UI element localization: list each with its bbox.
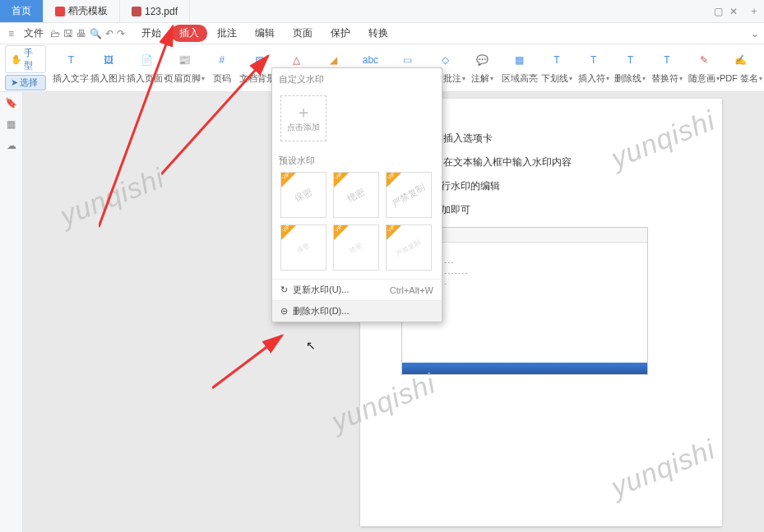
ribbon-header-footer[interactable]: 📰页眉页脚▾ — [166, 48, 202, 89]
undo-icon[interactable]: ↶ — [105, 28, 113, 39]
ribbon-insert-sym[interactable]: T插入符▾ — [576, 48, 611, 89]
preview-icon[interactable]: 🔍 — [90, 28, 102, 39]
caret-icon: ▾ — [606, 75, 609, 82]
insert-page-icon: 📄 — [137, 51, 155, 69]
preset-watermark-tile[interactable]: 严禁复制 — [386, 224, 432, 271]
preset-label: 严禁复制 — [395, 237, 422, 258]
custom-watermark-title: 自定义水印 — [272, 68, 442, 90]
ribbon-insert-page[interactable]: 📄插入页面▾ — [128, 48, 164, 89]
ribbon-page-number[interactable]: #页码 — [204, 48, 239, 89]
preset-watermark-tile[interactable]: 严禁复制 — [386, 172, 432, 218]
preset-watermark-title: 预设水印 — [272, 150, 442, 172]
ribbon-replace[interactable]: T替换符▾ — [650, 48, 685, 89]
caret-icon: ▾ — [490, 75, 493, 82]
strike-icon: T — [548, 51, 566, 69]
preset-label: 保密 — [293, 185, 315, 205]
ribbon-pdf-sign[interactable]: ✍PDF 签名▾ — [723, 48, 759, 89]
tab-home[interactable]: 首页 — [0, 0, 44, 22]
menu-protect[interactable]: 保护 — [322, 25, 359, 42]
preset-watermark-tile[interactable]: 绝密 — [333, 224, 379, 271]
area-hl-label: 区域高亮 — [502, 72, 538, 85]
preset-watermark-tile[interactable]: 绝密 — [333, 172, 379, 218]
menu-insert[interactable]: 插入 — [171, 25, 207, 42]
hand-icon: ✋ — [11, 54, 22, 65]
insert-image-icon: 🖼 — [100, 51, 118, 69]
doc-line: 件 切换到插入选项卡 — [401, 132, 681, 146]
watermark-dropdown: 自定义水印 ＋ 点击添加 预设水印 保密绝密严禁复制保密绝密严禁复制 ↻ 更新水… — [271, 67, 442, 322]
menu-page[interactable]: 页面 — [285, 25, 321, 42]
caret-icon: ▾ — [679, 75, 683, 82]
text-box-icon: ▭ — [399, 51, 417, 69]
tab-add[interactable]: ＋ — [744, 0, 764, 22]
strikedel-icon: T — [621, 51, 639, 69]
preset-watermark-tile[interactable]: 保密 — [280, 224, 326, 271]
strikedel-label: 删除线▾ — [614, 72, 646, 85]
mouse-cursor-icon: ↖ — [306, 339, 316, 352]
refresh-icon: ↻ — [280, 285, 288, 295]
caret-icon: ▾ — [569, 75, 572, 82]
cloud-icon[interactable]: ☁ — [7, 140, 16, 151]
page-number-icon: # — [213, 51, 231, 69]
bookmark-icon[interactable]: 🔖 — [5, 97, 17, 109]
freehand-label: 随意画▾ — [688, 72, 720, 85]
ribbon-freehand[interactable]: ✎随意画▾ — [686, 48, 721, 89]
doc-bg-icon: ▧ — [250, 51, 268, 69]
shape-annot-icon: ◇ — [436, 51, 454, 69]
pdf-sign-label: PDF 签名▾ — [720, 72, 762, 85]
menu-edit[interactable]: 编辑 — [247, 25, 283, 42]
caret-icon: ▾ — [759, 75, 762, 82]
vip-badge-icon — [334, 225, 349, 240]
preset-watermark-tile[interactable]: 保密 — [280, 172, 326, 218]
insert-page-label: 插入页面▾ — [127, 72, 167, 85]
vip-badge-icon — [334, 173, 349, 187]
replace-label: 替换符▾ — [651, 72, 683, 85]
update-watermark[interactable]: ↻ 更新水印(U)... Ctrl+Alt+W — [272, 279, 442, 300]
select-tool[interactable]: ➤选择 — [5, 75, 46, 90]
ribbon-strikedel[interactable]: T删除线▾ — [613, 48, 648, 89]
ribbon-notes[interactable]: 💬注解▾ — [465, 48, 500, 89]
menu-start[interactable]: 开始 — [133, 25, 169, 42]
preset-label: 绝密 — [345, 185, 368, 205]
tab-template[interactable]: 稻壳模板 — [44, 0, 120, 22]
file-menu[interactable]: 文件 — [19, 26, 49, 40]
doc-line: 点击添加 在文本输入框中输入水印内容 — [401, 155, 681, 169]
ribbon-insert-text[interactable]: T插入文字 — [53, 48, 89, 89]
ribbon-strike[interactable]: T下划线▾ — [539, 48, 575, 89]
ribbon-insert-image[interactable]: 🖼插入图片 — [90, 48, 127, 89]
delete-watermark[interactable]: ⊝ 删除水印(D)... — [272, 300, 442, 322]
insert-sym-icon: T — [585, 51, 603, 69]
area-hl-icon: ▦ — [511, 51, 529, 69]
template-icon — [55, 7, 65, 16]
tab-close-icon[interactable]: ✕ — [729, 6, 738, 17]
insert-image-label: 插入图片 — [90, 72, 127, 85]
page-number-label: 页码 — [213, 72, 231, 85]
highlight-icon: ◢ — [324, 51, 342, 69]
print-icon[interactable]: 🖶 — [76, 28, 86, 39]
thumbnail-icon[interactable]: ▦ — [7, 118, 16, 130]
doc-line: 比页面进行水印的编辑 — [401, 179, 681, 193]
save-icon[interactable]: 🖫 — [63, 28, 73, 39]
tab-document[interactable]: 123.pdf — [120, 0, 190, 22]
vip-badge-icon — [281, 173, 296, 187]
vip-badge-icon — [281, 225, 296, 240]
hamburger-icon[interactable]: ≡ — [5, 28, 17, 39]
vip-badge-icon — [387, 173, 401, 187]
menu-convert[interactable]: 转换 — [360, 25, 396, 42]
caret-icon: ▾ — [642, 75, 646, 82]
open-icon[interactable]: 🗁 — [50, 28, 60, 39]
strike-label: 下划线▾ — [541, 72, 572, 85]
plus-icon: ＋ — [295, 104, 312, 120]
doc-line: 后确认添加即可 — [401, 203, 681, 217]
replace-icon: T — [658, 51, 676, 69]
watermark-icon: △ — [287, 51, 305, 69]
preset-label: 保密 — [295, 240, 311, 255]
hand-tool[interactable]: ✋手型 — [5, 45, 46, 73]
menu-annotate[interactable]: 批注 — [209, 25, 245, 42]
ribbon-area-hl[interactable]: ▦区域高亮 — [502, 48, 538, 89]
tab-restore-icon[interactable]: ▢ — [714, 6, 723, 17]
menu-overflow-icon[interactable]: ⌄ — [751, 28, 759, 39]
add-watermark-tile[interactable]: ＋ 点击添加 — [280, 95, 326, 141]
redo-icon[interactable]: ↷ — [117, 28, 125, 39]
notes-icon: 💬 — [473, 51, 491, 69]
preset-label: 绝密 — [348, 240, 363, 255]
